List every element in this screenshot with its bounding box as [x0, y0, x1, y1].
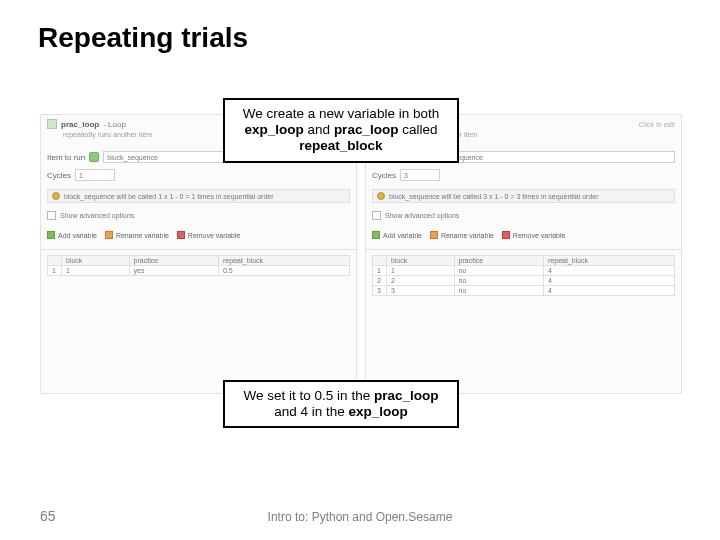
table-row[interactable]: 11no4	[373, 266, 675, 276]
cycles-label: Cycles	[47, 171, 71, 180]
itemrun-field[interactable]: block_sequence	[428, 151, 675, 163]
adv-options[interactable]: Show advanced options	[47, 211, 134, 220]
table-header: block practice repeat_block	[48, 256, 350, 266]
loop-kind: - Loop	[103, 120, 126, 129]
info-text: block_sequence will be called 1 x 1 - 0 …	[64, 193, 274, 200]
table-header: block practice repeat_block	[373, 256, 675, 266]
cycles-field[interactable]: 1	[75, 169, 115, 181]
remove-icon	[177, 231, 185, 239]
sequence-icon	[89, 152, 99, 162]
plus-icon	[372, 231, 380, 239]
table-row[interactable]: 33no4	[373, 286, 675, 296]
edit-icon	[430, 231, 438, 239]
info-text: block_sequence will be called 3 x 1 - 0 …	[389, 193, 599, 200]
adv-label: Show advanced options	[385, 212, 459, 219]
edit-icon	[105, 231, 113, 239]
loop-icon	[47, 119, 57, 129]
rename-variable-button[interactable]: Rename variable	[430, 231, 494, 239]
plus-icon	[47, 231, 55, 239]
loop-desc: repeatedly runs another item	[63, 131, 152, 138]
cycles-field[interactable]: 3	[400, 169, 440, 181]
adv-label: Show advanced options	[60, 212, 134, 219]
footer-text: Intro to: Python and Open.Sesame	[0, 510, 720, 524]
checkbox-icon	[47, 211, 56, 220]
variable-table[interactable]: block practice repeat_block 11no4 22no4 …	[372, 255, 675, 296]
remove-icon	[502, 231, 510, 239]
cycles-label: Cycles	[372, 171, 396, 180]
adv-options[interactable]: Show advanced options	[372, 211, 459, 220]
add-variable-button[interactable]: Add variable	[47, 231, 97, 239]
itemrun-label: Item to run	[47, 153, 85, 162]
add-variable-button[interactable]: Add variable	[372, 231, 422, 239]
callout-bottom: We set it to 0.5 in the prac_loop and 4 …	[223, 380, 459, 428]
table-row[interactable]: 22no4	[373, 276, 675, 286]
rename-variable-button[interactable]: Rename variable	[105, 231, 169, 239]
info-icon	[377, 192, 385, 200]
checkbox-icon	[372, 211, 381, 220]
loop-name: prac_loop	[61, 120, 99, 129]
remove-variable-button[interactable]: Remove variable	[177, 231, 241, 239]
callout-top: We create a new variable in both exp_loo…	[223, 98, 459, 163]
variable-table[interactable]: block practice repeat_block 1 1 yes 0.5	[47, 255, 350, 276]
info-bar: block_sequence will be called 3 x 1 - 0 …	[372, 189, 675, 203]
slide-title: Repeating trials	[38, 22, 248, 54]
table-row[interactable]: 1 1 yes 0.5	[48, 266, 350, 276]
info-bar: block_sequence will be called 1 x 1 - 0 …	[47, 189, 350, 203]
remove-variable-button[interactable]: Remove variable	[502, 231, 566, 239]
info-icon	[52, 192, 60, 200]
edit-hint[interactable]: Click to edit	[639, 121, 675, 128]
